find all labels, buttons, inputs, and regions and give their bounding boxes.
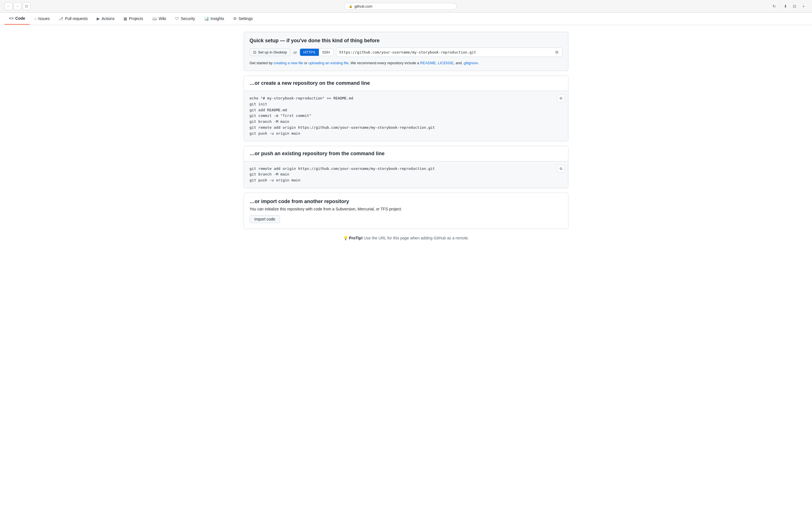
pr-icon: ⎇: [59, 16, 63, 21]
nav-item-security[interactable]: 🛡 Security: [170, 13, 200, 25]
nav-label-settings: Settings: [239, 16, 253, 21]
import-description: You can initialize this repository with …: [250, 207, 562, 211]
license-link[interactable]: LICENSE: [438, 61, 454, 65]
copy-url-button[interactable]: ⧉: [554, 49, 559, 55]
create-repo-code: echo "# my-storybook-reproduction" >> RE…: [250, 96, 562, 136]
settings-icon: ⚙: [233, 16, 237, 21]
nav-label-projects: Projects: [129, 16, 143, 21]
push-repo-section: …or push an existing repository from the…: [244, 146, 568, 188]
code-icon: <>: [9, 16, 13, 20]
setup-hint: Get started by creating a new file or up…: [250, 61, 562, 65]
url-display: https://github.com/your-username/my-stor…: [336, 48, 562, 57]
quick-setup-title: Quick setup — if you've done this kind o…: [250, 38, 562, 44]
setup-url-row: ⊡ Set up in Desktop or HTTPS SSH https:/…: [250, 48, 562, 57]
wiki-icon: 📖: [152, 16, 157, 21]
nav-label-issues: Issues: [38, 16, 50, 21]
address-bar[interactable]: 🔒 github.com: [344, 3, 457, 10]
quick-setup-section: Quick setup — if you've done this kind o…: [244, 32, 568, 71]
nav-label-security: Security: [181, 16, 195, 21]
setup-desktop-button[interactable]: ⊡ Set up in Desktop: [250, 48, 291, 56]
reload-button[interactable]: ↻: [770, 2, 778, 10]
ssh-tab[interactable]: SSH: [319, 49, 333, 56]
insights-icon: 📊: [204, 16, 209, 21]
url-text: github.com: [354, 4, 372, 8]
nav-item-issues[interactable]: ○ Issues: [30, 13, 54, 25]
forward-button[interactable]: →: [13, 2, 21, 10]
lock-icon: 🔒: [349, 4, 353, 8]
projects-icon: ▦: [123, 16, 127, 21]
nav-item-actions[interactable]: ▶ Actions: [92, 13, 119, 25]
nav-item-code[interactable]: <> Code: [4, 13, 30, 25]
protip-rest: Use the URL for this page when adding Gi…: [363, 236, 469, 240]
create-repo-code-block: echo "# my-storybook-reproduction" >> RE…: [244, 91, 568, 141]
create-repo-title: …or create a new repository on the comma…: [250, 80, 562, 86]
create-repo-section: …or create a new repository on the comma…: [244, 75, 568, 142]
https-tab[interactable]: HTTPS: [300, 49, 319, 56]
issues-icon: ○: [34, 16, 36, 21]
nav-item-wiki[interactable]: 📖 Wiki: [148, 13, 170, 25]
desktop-icon: ⊡: [253, 50, 256, 54]
nav-item-pull-requests[interactable]: ⎇ Pull requests: [54, 13, 92, 25]
browser-chrome: ← → ⊡ 🔒 github.com ↻ ⬇ ⊡ +: [0, 0, 812, 13]
nav-label-code: Code: [15, 16, 25, 20]
protocol-tabs: HTTPS SSH: [300, 48, 333, 56]
back-button[interactable]: ←: [4, 2, 12, 10]
nav-label-actions: Actions: [101, 16, 114, 21]
import-section: …or import code from another repository …: [244, 193, 568, 229]
browser-nav: ← → ⊡: [4, 2, 31, 10]
main-content: Quick setup — if you've done this kind o…: [237, 32, 575, 240]
copy-create-code-button[interactable]: ⧉: [557, 94, 565, 102]
readme-link[interactable]: README: [420, 61, 436, 65]
nav-item-insights[interactable]: 📊 Insights: [200, 13, 229, 25]
download-icon[interactable]: ⬇: [781, 2, 790, 10]
push-repo-code-block: git remote add origin https://github.com…: [244, 161, 568, 188]
create-file-link[interactable]: creating a new file: [273, 61, 303, 65]
protip-strong: ProTip!: [349, 236, 363, 240]
repo-url: https://github.com/your-username/my-stor…: [339, 50, 476, 54]
browser-actions: ⬇ ⊡ +: [781, 2, 808, 10]
or-text: or: [294, 50, 297, 55]
upload-file-link[interactable]: uploading an existing file: [308, 61, 349, 65]
fullscreen-icon[interactable]: ⊡: [791, 2, 799, 10]
push-repo-header: …or push an existing repository from the…: [244, 146, 568, 161]
nav-item-settings[interactable]: ⚙ Settings: [229, 13, 257, 25]
security-icon: 🛡: [175, 16, 179, 21]
plus-icon[interactable]: +: [800, 2, 808, 10]
github-nav: <> Code ○ Issues ⎇ Pull requests ▶ Actio…: [0, 13, 812, 25]
protip: 💡 ProTip! Use the URL for this page when…: [244, 236, 568, 240]
import-code-button[interactable]: Import code: [250, 215, 280, 223]
window-button[interactable]: ⊡: [22, 2, 31, 10]
push-repo-code: git remote add origin https://github.com…: [250, 166, 562, 183]
nav-item-projects[interactable]: ▦ Projects: [119, 13, 148, 25]
setup-desktop-label: Set up in Desktop: [258, 50, 287, 54]
copy-push-code-button[interactable]: ⧉: [557, 165, 565, 173]
create-repo-header: …or create a new repository on the comma…: [244, 76, 568, 91]
nav-label-insights: Insights: [211, 16, 224, 21]
nav-label-pull-requests: Pull requests: [65, 16, 88, 21]
gitignore-link[interactable]: .gitignore: [463, 61, 477, 65]
actions-icon: ▶: [97, 16, 100, 21]
import-title: …or import code from another repository: [250, 199, 562, 205]
address-bar-container: 🔒 github.com: [34, 3, 767, 10]
push-repo-title: …or push an existing repository from the…: [250, 151, 562, 157]
nav-label-wiki: Wiki: [159, 16, 166, 21]
